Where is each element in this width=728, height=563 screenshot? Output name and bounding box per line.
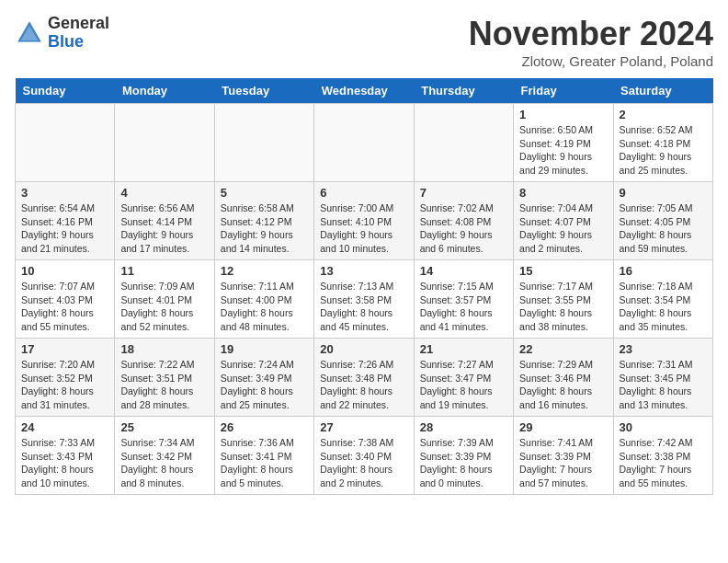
- header: General Blue November 2024 Zlotow, Great…: [15, 15, 713, 69]
- calendar-cell: [214, 104, 313, 182]
- calendar-cell: 27Sunrise: 7:38 AM Sunset: 3:40 PM Dayli…: [314, 417, 414, 495]
- calendar-cell: 29Sunrise: 7:41 AM Sunset: 3:39 PM Dayli…: [514, 417, 613, 495]
- calendar-cell: 22Sunrise: 7:29 AM Sunset: 3:46 PM Dayli…: [514, 339, 613, 417]
- column-header-friday: Friday: [514, 78, 613, 104]
- day-number: 20: [320, 342, 407, 356]
- calendar-cell: [16, 104, 115, 182]
- calendar-week-row: 17Sunrise: 7:20 AM Sunset: 3:52 PM Dayli…: [16, 339, 713, 417]
- day-number: 21: [420, 342, 507, 356]
- calendar-week-row: 1Sunrise: 6:50 AM Sunset: 4:19 PM Daylig…: [16, 104, 713, 182]
- calendar-week-row: 10Sunrise: 7:07 AM Sunset: 4:03 PM Dayli…: [16, 260, 713, 339]
- column-header-saturday: Saturday: [613, 78, 712, 104]
- day-number: 15: [519, 264, 607, 278]
- calendar-cell: 9Sunrise: 7:05 AM Sunset: 4:05 PM Daylig…: [613, 182, 712, 260]
- calendar-cell: 24Sunrise: 7:33 AM Sunset: 3:43 PM Dayli…: [16, 417, 115, 495]
- day-info: Sunrise: 7:00 AM Sunset: 4:10 PM Dayligh…: [320, 201, 407, 256]
- day-info: Sunrise: 7:42 AM Sunset: 3:38 PM Dayligh…: [620, 436, 707, 490]
- calendar-cell: 6Sunrise: 7:00 AM Sunset: 4:10 PM Daylig…: [314, 182, 414, 260]
- day-info: Sunrise: 7:24 AM Sunset: 3:49 PM Dayligh…: [221, 358, 308, 412]
- day-info: Sunrise: 6:52 AM Sunset: 4:18 PM Dayligh…: [620, 123, 707, 178]
- calendar-week-row: 3Sunrise: 6:54 AM Sunset: 4:16 PM Daylig…: [16, 182, 713, 260]
- day-info: Sunrise: 7:26 AM Sunset: 3:48 PM Dayligh…: [320, 358, 407, 412]
- day-number: 3: [21, 186, 108, 200]
- day-info: Sunrise: 7:05 AM Sunset: 4:05 PM Dayligh…: [620, 201, 707, 256]
- day-number: 5: [221, 186, 308, 200]
- day-number: 10: [21, 264, 108, 278]
- calendar-cell: 1Sunrise: 6:50 AM Sunset: 4:19 PM Daylig…: [514, 104, 613, 182]
- column-header-monday: Monday: [115, 78, 214, 104]
- day-number: 13: [320, 264, 407, 278]
- logo: General Blue: [15, 15, 109, 52]
- logo-general-text: General: [48, 15, 109, 33]
- day-number: 27: [320, 420, 407, 434]
- calendar-cell: 20Sunrise: 7:26 AM Sunset: 3:48 PM Dayli…: [314, 339, 414, 417]
- calendar-week-row: 24Sunrise: 7:33 AM Sunset: 3:43 PM Dayli…: [16, 417, 713, 495]
- day-number: 17: [21, 342, 108, 356]
- day-number: 2: [620, 108, 707, 121]
- day-info: Sunrise: 7:33 AM Sunset: 3:43 PM Dayligh…: [21, 436, 108, 490]
- day-info: Sunrise: 7:39 AM Sunset: 3:39 PM Dayligh…: [420, 436, 507, 490]
- day-number: 25: [120, 420, 208, 434]
- day-number: 12: [221, 264, 308, 278]
- day-info: Sunrise: 7:41 AM Sunset: 3:39 PM Dayligh…: [519, 436, 607, 490]
- day-number: 1: [519, 108, 607, 121]
- day-info: Sunrise: 7:36 AM Sunset: 3:41 PM Dayligh…: [221, 436, 308, 490]
- calendar-cell: 4Sunrise: 6:56 AM Sunset: 4:14 PM Daylig…: [115, 182, 214, 260]
- day-info: Sunrise: 7:22 AM Sunset: 3:51 PM Dayligh…: [120, 358, 208, 412]
- calendar-cell: [115, 104, 214, 182]
- day-info: Sunrise: 6:56 AM Sunset: 4:14 PM Dayligh…: [120, 201, 208, 256]
- calendar-cell: 3Sunrise: 6:54 AM Sunset: 4:16 PM Daylig…: [16, 182, 115, 260]
- day-info: Sunrise: 7:27 AM Sunset: 3:47 PM Dayligh…: [420, 358, 507, 412]
- calendar-cell: 28Sunrise: 7:39 AM Sunset: 3:39 PM Dayli…: [414, 417, 513, 495]
- column-header-tuesday: Tuesday: [214, 78, 313, 104]
- calendar-cell: 14Sunrise: 7:15 AM Sunset: 3:57 PM Dayli…: [414, 260, 513, 339]
- day-number: 30: [620, 420, 707, 434]
- day-info: Sunrise: 7:15 AM Sunset: 3:57 PM Dayligh…: [420, 280, 507, 334]
- day-info: Sunrise: 6:50 AM Sunset: 4:19 PM Dayligh…: [519, 123, 607, 178]
- calendar-cell: 30Sunrise: 7:42 AM Sunset: 3:38 PM Dayli…: [613, 417, 712, 495]
- day-info: Sunrise: 7:20 AM Sunset: 3:52 PM Dayligh…: [21, 358, 108, 412]
- calendar-cell: 19Sunrise: 7:24 AM Sunset: 3:49 PM Dayli…: [214, 339, 313, 417]
- day-number: 16: [620, 264, 707, 278]
- column-header-thursday: Thursday: [414, 78, 513, 104]
- day-number: 18: [120, 342, 208, 356]
- day-number: 4: [120, 186, 208, 200]
- calendar-cell: 10Sunrise: 7:07 AM Sunset: 4:03 PM Dayli…: [16, 260, 115, 339]
- title-area: November 2024 Zlotow, Greater Poland, Po…: [469, 15, 713, 69]
- day-number: 6: [320, 186, 407, 200]
- column-header-sunday: Sunday: [16, 78, 115, 104]
- day-number: 9: [620, 186, 707, 200]
- day-info: Sunrise: 7:13 AM Sunset: 3:58 PM Dayligh…: [320, 280, 407, 334]
- calendar-cell: 23Sunrise: 7:31 AM Sunset: 3:45 PM Dayli…: [613, 339, 712, 417]
- day-info: Sunrise: 6:58 AM Sunset: 4:12 PM Dayligh…: [221, 201, 308, 256]
- calendar-cell: 2Sunrise: 6:52 AM Sunset: 4:18 PM Daylig…: [613, 104, 712, 182]
- calendar-cell: 18Sunrise: 7:22 AM Sunset: 3:51 PM Dayli…: [115, 339, 214, 417]
- calendar-cell: 26Sunrise: 7:36 AM Sunset: 3:41 PM Dayli…: [214, 417, 313, 495]
- day-number: 8: [519, 186, 607, 200]
- day-info: Sunrise: 7:02 AM Sunset: 4:08 PM Dayligh…: [420, 201, 507, 256]
- day-info: Sunrise: 7:38 AM Sunset: 3:40 PM Dayligh…: [320, 436, 407, 490]
- subtitle: Zlotow, Greater Poland, Poland: [469, 53, 713, 69]
- day-info: Sunrise: 7:31 AM Sunset: 3:45 PM Dayligh…: [620, 358, 707, 412]
- day-info: Sunrise: 7:34 AM Sunset: 3:42 PM Dayligh…: [120, 436, 208, 490]
- calendar-header-row: SundayMondayTuesdayWednesdayThursdayFrid…: [16, 78, 713, 104]
- day-info: Sunrise: 6:54 AM Sunset: 4:16 PM Dayligh…: [21, 201, 108, 256]
- logo-blue-text: Blue: [48, 33, 109, 52]
- calendar-cell: 13Sunrise: 7:13 AM Sunset: 3:58 PM Dayli…: [314, 260, 414, 339]
- column-header-wednesday: Wednesday: [314, 78, 414, 104]
- day-info: Sunrise: 7:09 AM Sunset: 4:01 PM Dayligh…: [120, 280, 208, 334]
- month-title: November 2024: [469, 15, 713, 53]
- day-number: 7: [420, 186, 507, 200]
- calendar-cell: [314, 104, 414, 182]
- day-number: 26: [221, 420, 308, 434]
- day-info: Sunrise: 7:07 AM Sunset: 4:03 PM Dayligh…: [21, 280, 108, 334]
- day-number: 14: [420, 264, 507, 278]
- day-info: Sunrise: 7:04 AM Sunset: 4:07 PM Dayligh…: [519, 201, 607, 256]
- calendar-cell: 7Sunrise: 7:02 AM Sunset: 4:08 PM Daylig…: [414, 182, 513, 260]
- calendar-cell: 21Sunrise: 7:27 AM Sunset: 3:47 PM Dayli…: [414, 339, 513, 417]
- calendar-cell: 25Sunrise: 7:34 AM Sunset: 3:42 PM Dayli…: [115, 417, 214, 495]
- calendar-cell: 17Sunrise: 7:20 AM Sunset: 3:52 PM Dayli…: [16, 339, 115, 417]
- day-number: 23: [620, 342, 707, 356]
- day-info: Sunrise: 7:18 AM Sunset: 3:54 PM Dayligh…: [620, 280, 707, 334]
- day-info: Sunrise: 7:17 AM Sunset: 3:55 PM Dayligh…: [519, 280, 607, 334]
